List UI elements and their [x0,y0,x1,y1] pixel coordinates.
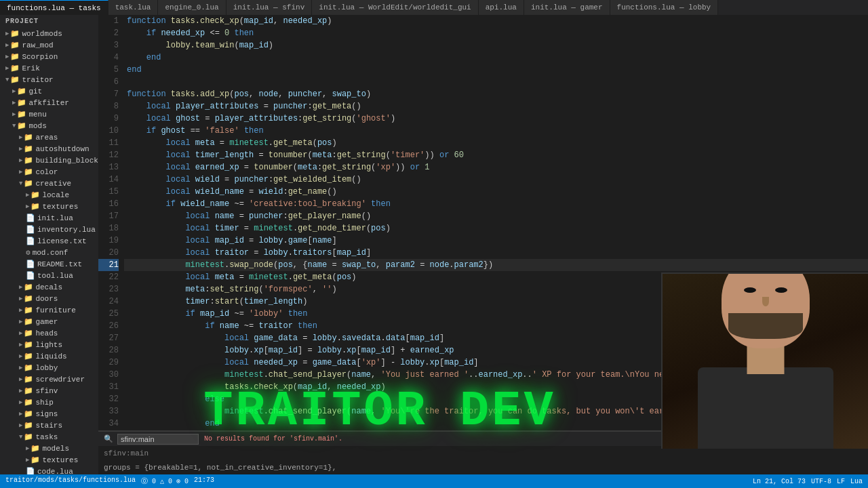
code-line-16: if wield_name ~= 'creative:tool_breaking… [124,198,868,210]
sidebar-item-traitor[interactable]: ▼📁traitor [0,74,98,85]
sidebar-item-inventory-lua[interactable]: 📄inventory.lua [0,224,98,235]
tab-functions-lua-tasks[interactable]: functions.lua — tasks [0,0,108,15]
code-line-8: local player_attributes = puncher:get_me… [124,100,868,113]
code-line-19: local map_id = lobby.game[name] [124,235,868,247]
sidebar-item-tasks[interactable]: ▼📁tasks [0,431,98,443]
sidebar-item-decals[interactable]: ▶📁decals [0,281,98,293]
sidebar-item-ship[interactable]: ▶📁ship [0,396,98,408]
code-line-12: local timer_length = tonumber(meta:get_s… [124,149,868,161]
groups-bar: groups = {breakable=1, not_in_creative_i… [98,461,868,474]
line-numbers: 12345 678910 1112131415 1617181920 21 22… [98,15,124,430]
sidebar: PROJECT ▶📁worldmods ▶📁raw_mod ▶📁Scorpion… [0,15,98,474]
sidebar-item-furniture[interactable]: ▶📁furniture [0,304,98,316]
sidebar-item-doors[interactable]: ▶📁doors [0,293,98,304]
webcam-face [663,274,868,449]
code-line-3: lobby.team_win(map_id) [124,39,868,52]
code-line-2: if needed_xp <= 0 then [124,27,868,39]
tab-task-lua[interactable]: task.lua [108,0,159,15]
sidebar-item-building-blocks[interactable]: ▶📁building_blocks [0,155,98,166]
status-language: Lua [850,478,863,485]
tab-api-lua[interactable]: api.lua [479,0,524,15]
code-line-18: local timer = minetest.get_node_timer(po… [124,222,868,235]
sidebar-item-stairs[interactable]: ▶📁stairs [0,420,98,431]
sidebar-item-gamer[interactable]: ▶📁gamer [0,316,98,327]
code-line-6 [124,76,868,88]
sidebar-item-raw-mod[interactable]: ▶📁raw_mod [0,39,98,51]
sidebar-item-models[interactable]: ▶📁models [0,443,98,454]
sidebar-item-signs[interactable]: ▶📁signs [0,408,98,420]
code-line-21: minetest.swap_node(pos, {name = swap_to,… [124,259,868,271]
sidebar-item-scorpion[interactable]: ▶📁Scorpion [0,51,98,62]
webcam-overlay [661,272,868,449]
sidebar-item-locale[interactable]: ▶📁locale [0,189,98,201]
sidebar-item-git[interactable]: ▶📁git [0,85,98,97]
code-line-9: local ghost = player_attributes:get_stri… [124,113,868,125]
code-line-10: if ghost == 'false' then [124,125,868,137]
status-encoding: UTF-8 [811,478,831,485]
sidebar-item-color[interactable]: ▶📁color [0,166,98,178]
tab-init-lua-worldedit[interactable]: init.lua — WorldEdit/worldedit_gui [312,0,478,15]
tab-engine-0-lua[interactable]: engine_0.lua [158,0,226,15]
status-bar: traitor/mods/tasks/functions.lua ⓪ 0 △ 0… [0,474,868,488]
status-errors: ⓪ 0 △ 0 ⊗ 0 [141,476,189,486]
sidebar-item-code-lua[interactable]: 📄code.lua [0,466,98,474]
sidebar-item-license-txt[interactable]: 📄license.txt [0,235,98,247]
code-line-13: local earned_xp = tonumber(meta:get_stri… [124,161,868,174]
sidebar-item-heads[interactable]: ▶📁heads [0,327,98,339]
tab-init-lua-sfinv[interactable]: init.lua — sfinv [226,0,313,15]
sidebar-item-lights[interactable]: ▶📁lights [0,339,98,350]
sidebar-item-erik[interactable]: ▶📁Erik [0,62,98,74]
search-input[interactable] [117,434,199,445]
sidebar-item-creative[interactable]: ▼📁creative [0,178,98,189]
status-ln-col: Ln 21, Col 73 [753,478,806,485]
tab-bar: functions.lua — tasks task.lua engine_0.… [0,0,868,15]
sidebar-item-areas[interactable]: ▶📁areas [0,131,98,143]
sidebar-item-autoshutdown[interactable]: ▶📁autoshutdown [0,143,98,155]
tab-functions-lua-lobby[interactable]: functions.lua — lobby [610,0,719,15]
sidebar-item-mods[interactable]: ▼📁mods [0,120,98,131]
code-line-14: local wield = puncher:get_wielded_item() [124,174,868,186]
sidebar-item-tool-lua[interactable]: 📄tool.lua [0,270,98,281]
sidebar-item-worldmods[interactable]: ▶📁worldmods [0,28,98,39]
code-line-4: end [124,52,868,64]
sidebar-item-afkfilter[interactable]: ▶📁afkfilter [0,97,98,108]
code-line-5: end [124,64,868,76]
code-line-7: function tasks.add_xp(pos, node, puncher… [124,88,868,100]
sidebar-item-sfinv[interactable]: ▶📁sfinv [0,385,98,396]
status-line-ending: LF [837,478,845,485]
status-left: traitor/mods/tasks/functions.lua ⓪ 0 △ 0… [5,476,214,486]
sidebar-item-liquids[interactable]: ▶📁liquids [0,350,98,362]
sidebar-item-lobby[interactable]: ▶📁lobby [0,362,98,373]
code-line-15: local wield_name = wield:get_name() [124,186,868,198]
status-right: Ln 21, Col 73 UTF-8 LF Lua [753,478,863,485]
sidebar-item-readme-txt[interactable]: 📄README.txt [0,258,98,270]
status-file-path: traitor/mods/tasks/functions.lua [5,476,136,486]
sidebar-item-textures-creative[interactable]: ▶📁textures [0,201,98,212]
sidebar-item-textures-tasks[interactable]: ▶📁textures [0,454,98,466]
sidebar-item-init-lua-creative[interactable]: 📄init.lua [0,212,98,224]
sidebar-header: PROJECT [0,15,98,28]
code-line-1: function tasks.check_xp(map_id, needed_x… [124,15,868,27]
code-line-20: local traitor = lobby.traitors[map_id] [124,247,868,259]
code-line-17: local name = puncher:get_player_name() [124,210,868,222]
sidebar-item-menu[interactable]: ▶📁menu [0,108,98,120]
code-line-11: local meta = minetest.get_meta(pos) [124,137,868,149]
search-label: 🔍 [104,434,113,443]
search-no-result: No results found for 'sfinv.main'. [204,435,342,443]
sidebar-item-screwdriver[interactable]: ▶📁screwdriver [0,373,98,385]
tab-init-lua-gamer[interactable]: init.lua — gamer [524,0,610,15]
status-position: 21:73 [194,476,214,486]
sidebar-item-mod-conf-creative[interactable]: ⚙mod.conf [0,247,98,258]
